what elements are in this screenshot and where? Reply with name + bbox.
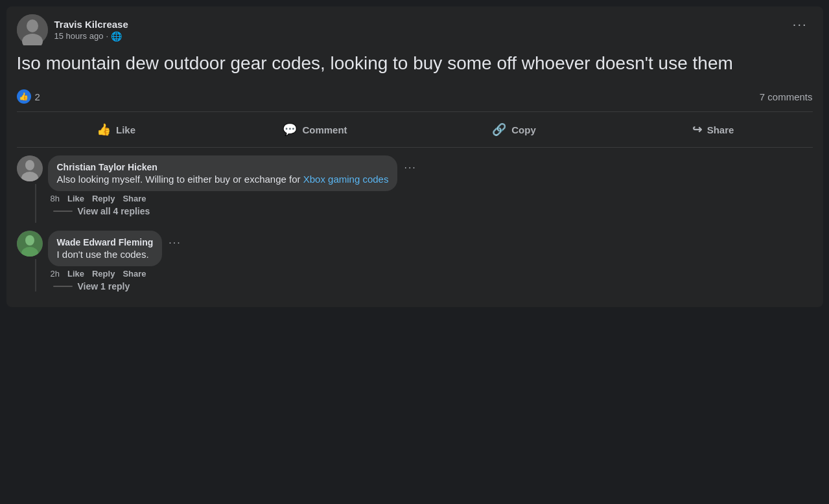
view-replies-label: View all 4 replies <box>78 206 150 216</box>
post-time: 15 hours ago <box>54 31 104 41</box>
comment-text-plain: Also looking myself. Willing to either b… <box>57 174 303 185</box>
share-icon: ↪ <box>692 122 702 137</box>
comments-section: Christian Taylor Hicken Also looking mys… <box>17 150 813 307</box>
copy-icon: 🔗 <box>492 122 506 137</box>
copy-label: Copy <box>511 124 536 135</box>
like-button[interactable]: 👍 Like <box>17 117 216 142</box>
replies-line <box>53 286 73 287</box>
svg-point-4 <box>25 160 34 170</box>
share-label: Share <box>707 124 734 135</box>
comment-time: 2h <box>51 269 60 279</box>
action-divider <box>17 147 813 148</box>
comment-author[interactable]: Wade Edward Fleming <box>57 237 154 247</box>
comment-avatar[interactable] <box>17 231 43 257</box>
comment-body: Christian Taylor Hicken Also looking mys… <box>48 155 813 223</box>
comment-text: Also looking myself. Willing to either b… <box>57 174 389 185</box>
post-meta: 15 hours ago · 🌐 <box>54 31 128 41</box>
comment-time: 8h <box>51 194 60 203</box>
post-header-left: Travis Kilcrease 15 hours ago · 🌐 <box>17 14 128 45</box>
comment-text: I don't use the codes. <box>57 249 154 260</box>
privacy-icon: 🌐 <box>111 31 122 41</box>
comment-with-more: Wade Edward Fleming I don't use the code… <box>48 231 813 266</box>
dot-separator: · <box>106 31 108 41</box>
author-avatar[interactable] <box>17 14 48 45</box>
comments-count[interactable]: 7 comments <box>760 91 813 102</box>
thumbs-up-icon: 👍 <box>19 92 29 101</box>
comment-body: Wade Edward Fleming I don't use the code… <box>48 231 813 292</box>
comment-share-button[interactable]: Share <box>123 269 146 279</box>
comment-avatar[interactable] <box>17 155 43 181</box>
view-replies-label: View 1 reply <box>78 281 130 292</box>
post-header: Travis Kilcrease 15 hours ago · 🌐 ··· <box>17 14 813 45</box>
comment-like-button[interactable]: Like <box>67 269 84 279</box>
svg-point-1 <box>27 19 38 32</box>
comment-bubble: Wade Edward Fleming I don't use the code… <box>48 231 163 266</box>
comment-label: Comment <box>302 124 347 135</box>
view-replies-button[interactable]: View all 4 replies <box>48 206 813 216</box>
post-content: Iso mountain dew outdoor gear codes, loo… <box>17 52 813 75</box>
like-icon: 👍 <box>97 122 111 137</box>
comment-with-more: Christian Taylor Hicken Also looking mys… <box>48 155 813 191</box>
svg-point-7 <box>25 235 34 246</box>
stats-divider <box>17 111 813 112</box>
author-info: Travis Kilcrease 15 hours ago · 🌐 <box>54 19 128 41</box>
comment-actions: 2h Like Reply Share <box>48 269 813 279</box>
comment-item: Christian Taylor Hicken Also looking mys… <box>17 155 813 223</box>
comment-actions: 8h Like Reply Share <box>48 194 813 203</box>
share-button[interactable]: ↪ Share <box>614 117 813 142</box>
post-more-button[interactable]: ··· <box>788 14 813 34</box>
post-stats: 👍 2 7 comments <box>17 84 813 109</box>
comment-button[interactable]: 💬 Comment <box>216 117 415 142</box>
thread-line <box>35 259 36 292</box>
comment-text-plain: I don't use the codes. <box>57 249 149 260</box>
comment-share-button[interactable]: Share <box>123 194 146 203</box>
post-card: Travis Kilcrease 15 hours ago · 🌐 ··· Is… <box>6 6 823 307</box>
comment-icon: 💬 <box>283 122 297 137</box>
replies-line <box>53 211 73 212</box>
likes-count: 2 <box>35 91 40 102</box>
comment-author[interactable]: Christian Taylor Hicken <box>57 162 389 172</box>
copy-button[interactable]: 🔗 Copy <box>415 117 614 142</box>
author-name[interactable]: Travis Kilcrease <box>54 19 128 30</box>
comment-more-button[interactable]: ··· <box>165 236 185 250</box>
comment-text-highlight: Xbox gaming codes <box>303 174 389 185</box>
thread-line <box>35 184 36 223</box>
view-replies-button[interactable]: View 1 reply <box>48 281 813 292</box>
comment-bubble: Christian Taylor Hicken Also looking mys… <box>48 155 398 191</box>
comment-item: Wade Edward Fleming I don't use the code… <box>17 231 813 292</box>
comment-reply-button[interactable]: Reply <box>92 269 115 279</box>
action-bar: 👍 Like 💬 Comment 🔗 Copy ↪ Share <box>17 115 813 144</box>
comment-more-button[interactable]: ··· <box>400 161 420 175</box>
comment-reply-button[interactable]: Reply <box>92 194 115 203</box>
like-badge: 👍 <box>17 89 31 104</box>
likes-section: 👍 2 <box>17 89 40 104</box>
comment-like-button[interactable]: Like <box>67 194 84 203</box>
like-label: Like <box>116 124 135 135</box>
